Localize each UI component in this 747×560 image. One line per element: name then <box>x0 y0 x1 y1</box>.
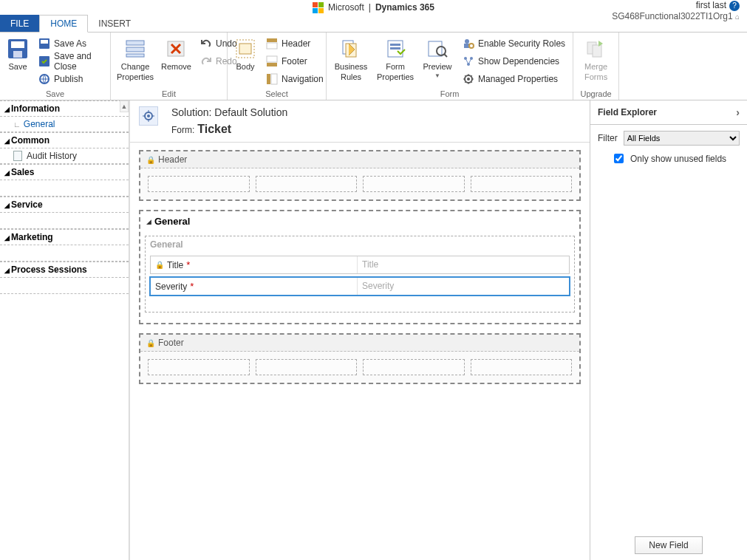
svg-rect-35 <box>593 45 601 57</box>
form-name: Ticket <box>197 123 231 135</box>
header-slot[interactable] <box>471 176 573 192</box>
form-canvas: Solution: Default Solution Form: Ticket … <box>129 100 590 560</box>
help-icon[interactable]: ? <box>729 1 740 11</box>
chevron-down-icon[interactable]: ◢ <box>146 218 151 225</box>
undo-icon <box>200 38 212 49</box>
appbar: Microsoft | Dynamics 365 first last? SG4… <box>0 0 747 15</box>
nav-section-marketing[interactable]: ◢Marketing <box>0 229 129 245</box>
field-input-severity[interactable]: Severity <box>358 278 569 295</box>
svg-rect-22 <box>390 44 400 46</box>
dependencies-icon <box>463 55 474 67</box>
only-unused-checkbox[interactable] <box>614 154 624 163</box>
footer-icon <box>266 55 278 67</box>
section-footer[interactable]: 🔒Footer <box>139 333 581 384</box>
preview-button[interactable]: Preview ▼ <box>420 35 455 81</box>
tab-insert[interactable]: INSERT <box>88 15 141 32</box>
svg-point-33 <box>467 78 470 81</box>
form-properties-button[interactable]: FormProperties <box>375 35 415 83</box>
svg-rect-13 <box>267 38 277 42</box>
tab-file[interactable]: FILE <box>0 15 39 32</box>
field-label-severity: Severity <box>155 281 187 292</box>
field-input-title[interactable]: Title <box>358 256 569 273</box>
save-close-icon <box>38 55 50 67</box>
nav-item-audit-history[interactable]: Audit History <box>0 148 129 164</box>
svg-rect-4 <box>41 40 48 44</box>
section-footer-label: Footer <box>158 338 184 348</box>
managed-properties-button[interactable]: Managed Properties <box>460 71 568 87</box>
brand-text: Microsoft <box>328 2 364 13</box>
redo-icon <box>200 55 212 67</box>
show-dependencies-button[interactable]: Show Dependencies <box>460 53 568 69</box>
footer-slot[interactable] <box>471 359 573 375</box>
header-slot[interactable] <box>363 176 465 192</box>
product-text: Dynamics 365 <box>375 2 434 13</box>
ribbon-group-upgrade-label: Upgrade <box>578 88 614 100</box>
save-as-button[interactable]: Save As <box>35 35 106 52</box>
nav-scroll-up[interactable]: ▲ <box>120 100 129 112</box>
remove-icon <box>164 37 188 61</box>
section-general[interactable]: ◢ General General 🔒Title* Title Severity… <box>139 210 581 324</box>
svg-rect-18 <box>271 74 277 84</box>
new-field-button[interactable]: New Field <box>635 536 702 554</box>
header-slot[interactable] <box>256 176 358 192</box>
footer-slot[interactable] <box>148 359 250 375</box>
footer-button[interactable]: Footer <box>263 53 327 69</box>
nav-section-process-sessions[interactable]: ◢Process Sessions <box>0 262 129 278</box>
enable-security-roles-button[interactable]: Enable Security Roles <box>460 35 568 52</box>
field-list <box>590 171 747 530</box>
tab-home[interactable]: HOME <box>39 15 88 33</box>
svg-rect-1 <box>11 41 24 48</box>
only-unused-label: Only show unused fields <box>630 154 726 164</box>
body-button[interactable]: Body <box>232 35 259 72</box>
ribbon-group-edit-label: Edit <box>115 88 222 100</box>
nav-item-general[interactable]: ∟General <box>0 117 129 132</box>
user-name: first last <box>696 0 726 10</box>
business-rules-button[interactable]: BusinessRules <box>331 35 371 83</box>
ribbon-group-form: BusinessRules FormProperties Preview ▼ E… <box>327 33 573 100</box>
footer-slot[interactable] <box>363 359 465 375</box>
ribbon-group-select: Body Header Footer Navigation Select <box>228 33 327 100</box>
nav-section-information[interactable]: ◢Information <box>0 100 129 117</box>
lock-icon: 🔒 <box>146 339 155 347</box>
nav-section-service[interactable]: ◢Service <box>0 197 129 213</box>
microsoft-logo-icon <box>313 2 324 13</box>
merge-forms-icon <box>584 37 608 61</box>
properties-icon <box>123 37 147 61</box>
nav-section-sales[interactable]: ◢Sales <box>0 164 129 180</box>
header-button[interactable]: Header <box>263 35 327 52</box>
svg-rect-17 <box>267 74 270 84</box>
save-button[interactable]: Save <box>4 35 31 72</box>
home-icon[interactable]: ⌂ <box>735 13 740 21</box>
field-row-title[interactable]: 🔒Title* Title <box>150 256 570 274</box>
ribbon-group-select-label: Select <box>232 88 321 100</box>
field-explorer-panel: Field Explorer › Filter All Fields Only … <box>590 100 747 560</box>
change-properties-button[interactable]: ChangeProperties <box>115 35 155 83</box>
svg-rect-12 <box>239 44 251 54</box>
preview-icon <box>426 37 449 61</box>
subsection-general[interactable]: General 🔒Title* Title Severity* Severity <box>145 236 575 313</box>
filter-select[interactable]: All Fields <box>624 131 740 146</box>
canvas-header: Solution: Default Solution Form: Ticket <box>130 100 590 143</box>
chevron-right-icon[interactable]: › <box>736 106 740 118</box>
navigation-button[interactable]: Navigation <box>263 71 327 87</box>
svg-rect-14 <box>267 43 277 49</box>
form-properties-icon <box>383 37 407 61</box>
footer-slot[interactable] <box>256 359 358 375</box>
svg-rect-2 <box>13 51 22 58</box>
svg-rect-8 <box>126 47 144 52</box>
chevron-down-icon: ▼ <box>434 72 440 79</box>
merge-forms-button[interactable]: MergeForms <box>578 35 614 83</box>
remove-button[interactable]: Remove <box>160 35 193 72</box>
save-and-close-button[interactable]: Save and Close <box>35 53 106 69</box>
field-row-severity[interactable]: Severity* Severity <box>150 277 570 296</box>
body-icon <box>233 37 257 61</box>
subsection-general-label: General <box>146 236 574 253</box>
svg-rect-23 <box>390 47 400 49</box>
publish-button[interactable]: Publish <box>35 71 106 87</box>
header-slot[interactable] <box>148 176 250 192</box>
security-roles-icon <box>463 38 474 49</box>
section-header[interactable]: 🔒Header <box>139 150 581 201</box>
nav-section-common[interactable]: ◢Common <box>0 132 129 148</box>
managed-properties-icon <box>463 73 474 85</box>
ribbon-group-save-label: Save <box>4 88 106 100</box>
